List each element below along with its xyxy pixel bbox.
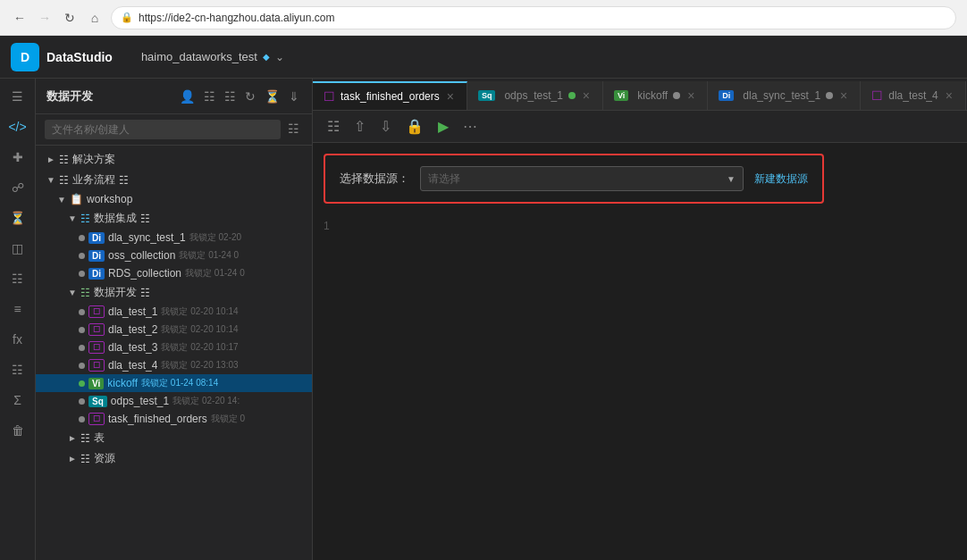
sidebar-search-icon[interactable]: ☍ (2, 173, 34, 202)
tab-label: task_finished_orders (341, 90, 440, 103)
tree-item-dla-test-3[interactable]: ☐ dla_test_3 我锁定 02-20 10:17 (36, 339, 312, 356)
new-datasource-button[interactable]: 新建数据源 (754, 171, 808, 187)
file-panel-title: 数据开发 (46, 88, 93, 104)
file-panel: 数据开发 👤 ☷ ☷ ↻ ⏳ ⇓ ☷ ► ☷ (36, 79, 313, 560)
tab-close-icon[interactable]: × (445, 89, 456, 104)
download-icon[interactable]: ⇓ (287, 88, 301, 105)
toolbar-more-icon[interactable]: ⋯ (459, 114, 481, 138)
toolbar-download-icon[interactable]: ⇩ (376, 114, 395, 138)
sidebar-table-icon[interactable]: ☷ (2, 355, 34, 384)
tab-close-icon[interactable]: × (685, 88, 696, 103)
url-text: https://ide2-cn-hangzhou.data.aliyun.com (139, 12, 334, 24)
tree-item-oss-collection[interactable]: Di oss_collection 我锁定 01-24 0 (36, 247, 312, 264)
datasource-box: 选择数据源： 请选择 ▼ 新建数据源 (324, 154, 824, 204)
tag-task: ☐ (88, 323, 105, 336)
app-header: D DataStudio haimo_dataworks_test ◆ ⌄ (0, 36, 967, 79)
status-dot (79, 253, 85, 259)
status-dot (79, 309, 85, 315)
tab-close-icon[interactable]: × (581, 88, 592, 103)
tabs-bar: ☐ task_finished_orders × Sq odps_test_1 … (313, 79, 967, 111)
tag-task: ☐ (88, 413, 105, 425)
person-icon[interactable]: 👤 (178, 88, 197, 105)
sidebar-trash-icon[interactable]: 🗑 (2, 416, 34, 445)
sidebar-grid-icon[interactable]: ☷ (2, 264, 34, 293)
tree-item-dla-test-4[interactable]: ☐ dla_test_4 我锁定 02-20 13:03 (36, 356, 312, 374)
app-container: D DataStudio haimo_dataworks_test ◆ ⌄ ☰ … (0, 36, 967, 560)
tree-item-odps-test-1[interactable]: Sq odps_test_1 我锁定 02-20 14: (36, 392, 312, 410)
data-dev-icon: ☷ (80, 287, 90, 299)
tab-close-icon[interactable]: × (944, 88, 954, 103)
sidebar-sigma-icon[interactable]: Σ (2, 386, 34, 414)
workspace-name: haimo_dataworks_test (141, 50, 257, 63)
sidebar-menu-icon[interactable]: ☰ (2, 82, 34, 111)
toolbar-lock-icon[interactable]: 🔒 (402, 114, 427, 138)
home-button[interactable]: ⌂ (86, 9, 104, 27)
tree-item-workflow[interactable]: ▼ ☷ 业务流程 ☷ (36, 170, 312, 190)
status-dot (79, 416, 85, 422)
side-icon-bar: ☰ </> ✚ ☍ ⏳ ◫ ☷ ≡ fx ☷ Σ 🗑 (0, 79, 36, 560)
status-dot (79, 271, 85, 277)
tab-dla-test-4[interactable]: ☐ dla_test_4 × (861, 81, 966, 110)
sq-icon: Sq (478, 90, 496, 101)
forward-button[interactable]: → (36, 9, 54, 27)
search-input[interactable] (45, 120, 281, 139)
collapse-arrow: ► (68, 454, 80, 464)
back-button[interactable]: ← (11, 9, 29, 27)
tag-task: ☐ (88, 305, 105, 318)
sidebar-fx-icon[interactable]: fx (2, 325, 34, 354)
tag-di: Di (88, 232, 105, 244)
tree-item-table[interactable]: ► ☷ 表 (36, 428, 312, 448)
tag-task: ☐ (88, 341, 105, 354)
tag-task: ☐ (88, 359, 105, 372)
tab-kickoff[interactable]: Vi kickoff × (603, 81, 708, 110)
tree-item-solution[interactable]: ► ☷ 解决方案 (36, 149, 312, 170)
sidebar-list-icon[interactable]: ≡ (2, 295, 34, 323)
tab-close-icon[interactable]: × (838, 88, 849, 103)
tab-label: odps_test_1 (504, 89, 562, 102)
toolbar-upload-icon[interactable]: ⇧ (350, 114, 369, 138)
tree-item-workshop[interactable]: ▼ 📋 workshop (36, 190, 312, 208)
tree-item-kickoff[interactable]: Vi kickoff 我锁定 01-24 08:14 (36, 374, 312, 392)
tree-item-dla-test-2[interactable]: ☐ dla_test_2 我锁定 02-20 10:14 (36, 321, 312, 339)
tab-label: dla_test_4 (888, 89, 938, 102)
status-dot (79, 398, 85, 405)
sidebar-monitor-icon[interactable]: ◫ (2, 234, 34, 263)
data-integration-icon: ☷ (80, 213, 90, 225)
address-bar[interactable]: 🔒 https://ide2-cn-hangzhou.data.aliyun.c… (111, 6, 956, 29)
tree-item-rds-collection[interactable]: Di RDS_collection 我锁定 01-24 0 (36, 264, 312, 282)
status-dot (79, 235, 85, 241)
tree-item-resource[interactable]: ► ☷ 资源 (36, 448, 312, 469)
task-icon: ☐ (324, 89, 335, 104)
tab-task-finished-orders[interactable]: ☐ task_finished_orders × (313, 81, 467, 110)
filter-icon[interactable]: ☷ (284, 120, 303, 139)
sidebar-clock-icon[interactable]: ⏳ (2, 204, 34, 232)
toolbar-run-icon[interactable]: ▶ (434, 114, 452, 138)
datasource-select[interactable]: 请选择 ▼ (420, 166, 744, 191)
resource-icon: ☷ (80, 453, 90, 465)
collapse-arrow: ▼ (68, 288, 80, 297)
solution-icon: ☷ (59, 154, 69, 166)
tab-dot (826, 92, 833, 99)
refresh-icon[interactable]: ↻ (243, 88, 257, 105)
tab-odps-test-1[interactable]: Sq odps_test_1 × (467, 81, 603, 110)
tab-dla-sync-test-1[interactable]: Di dla_sync_test_1 × (708, 81, 861, 110)
reload-button[interactable]: ↻ (61, 9, 79, 27)
workflow-icon: ☷ (59, 174, 69, 187)
tree-item-dla-sync-test-1[interactable]: Di dla_sync_test_1 我锁定 02-20 (36, 229, 312, 247)
sidebar-code-icon[interactable]: </> (2, 113, 34, 141)
workspace-chevron-icon[interactable]: ⌄ (275, 51, 284, 63)
sidebar-add-icon[interactable]: ✚ (2, 143, 34, 171)
di-icon: Di (719, 90, 734, 101)
tree-item-task-finished-orders[interactable]: ☐ task_finished_orders 我锁定 0 (36, 410, 312, 428)
copy-icon[interactable]: ☷ (223, 88, 238, 105)
logo-initial: D (21, 50, 29, 64)
collapse-arrow: ▼ (46, 175, 59, 185)
tree-item-data-integration[interactable]: ▼ ☷ 数据集成 ☷ (36, 208, 312, 229)
toolbar-save-icon[interactable]: ☷ (324, 114, 343, 138)
workspace-diamond-icon: ◆ (263, 52, 270, 62)
clock-icon[interactable]: ⏳ (263, 88, 282, 105)
tree-item-dla-test-1[interactable]: ☐ dla_test_1 我锁定 02-20 10:14 (36, 303, 312, 321)
tree-item-data-dev[interactable]: ▼ ☷ 数据开发 ☷ (36, 282, 312, 303)
chevron-down-icon: ▼ (727, 174, 736, 184)
folder-icon[interactable]: ☷ (202, 88, 217, 105)
